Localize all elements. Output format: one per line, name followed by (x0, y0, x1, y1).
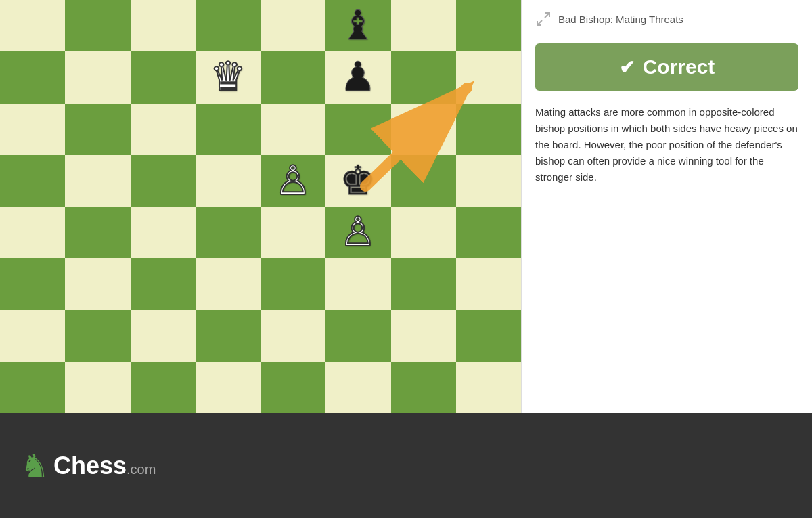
lesson-title: Bad Bishop: Mating Threats (558, 14, 683, 25)
right-panel: Bad Bishop: Mating Threats ✔ Correct Mat… (521, 0, 812, 413)
cell-2-4 (261, 104, 325, 155)
cell-7-7 (456, 362, 521, 413)
cell-1-5: ♟ (325, 51, 390, 103)
correct-label: Correct (643, 56, 715, 79)
footer: ♞ Chess.com (0, 413, 812, 518)
cell-0-0 (0, 0, 65, 51)
cell-2-3 (196, 104, 261, 155)
cell-6-3 (196, 310, 261, 362)
cell-4-1 (65, 207, 130, 258)
cell-1-0 (0, 51, 65, 103)
cell-4-2 (131, 207, 196, 258)
correct-banner: ✔ Correct (535, 43, 798, 91)
cell-4-6 (391, 207, 456, 258)
cell-5-4 (261, 258, 325, 309)
cell-4-3 (196, 207, 261, 258)
lesson-header: Bad Bishop: Mating Threats (535, 11, 798, 34)
cell-3-3 (196, 155, 261, 207)
cell-6-7 (456, 310, 521, 362)
logo-knight-icon: ♞ (20, 447, 49, 485)
cell-4-4 (261, 207, 325, 258)
check-icon: ✔ (619, 56, 635, 79)
cell-2-7 (456, 104, 521, 155)
cell-7-2 (131, 362, 196, 413)
cell-7-0 (0, 362, 65, 413)
cell-7-3 (196, 362, 261, 413)
cell-5-7 (456, 258, 521, 309)
explanation-text: Mating attacks are more common in opposi… (535, 104, 798, 186)
cell-7-6 (391, 362, 456, 413)
black-king: ♚ (340, 160, 376, 201)
cell-3-1 (65, 155, 130, 207)
black-bishop: ♝ (340, 5, 376, 46)
cell-3-7 (456, 155, 521, 207)
content-area: ♝♛♟♙♚♙ (0, 0, 812, 413)
white-queen: ♛ (210, 57, 246, 98)
cell-7-4 (261, 362, 325, 413)
svg-line-2 (545, 13, 549, 18)
cell-0-1 (65, 0, 130, 51)
cell-4-0 (0, 207, 65, 258)
black-pawn: ♟ (340, 57, 376, 98)
cell-6-1 (65, 310, 130, 362)
cell-5-3 (196, 258, 261, 309)
cell-6-4 (261, 310, 325, 362)
cell-3-0 (0, 155, 65, 207)
cell-0-3 (196, 0, 261, 51)
svg-line-3 (537, 20, 542, 25)
cell-6-2 (131, 310, 196, 362)
white-pawn: ♙ (275, 160, 311, 201)
cell-2-6 (391, 104, 456, 155)
cell-5-0 (0, 258, 65, 309)
chess-wordmark: Chess (53, 452, 127, 479)
logo: ♞ Chess.com (20, 447, 156, 485)
cell-1-1 (65, 51, 130, 103)
cell-6-6 (391, 310, 456, 362)
cell-6-5 (325, 310, 390, 362)
chess-board: ♝♛♟♙♚♙ (0, 0, 521, 413)
cell-1-3: ♛ (196, 51, 261, 103)
cell-5-6 (391, 258, 456, 309)
dotcom-suffix: .com (127, 462, 156, 477)
cell-3-5: ♚ (325, 155, 390, 207)
cell-1-4 (261, 51, 325, 103)
cell-0-7 (456, 0, 521, 51)
cell-1-6 (391, 51, 456, 103)
cell-3-4: ♙ (261, 155, 325, 207)
logo-text: Chess.com (53, 452, 156, 480)
cell-4-5: ♙ (325, 207, 390, 258)
cell-3-6 (391, 155, 456, 207)
cell-3-2 (131, 155, 196, 207)
cell-1-2 (131, 51, 196, 103)
cell-0-2 (131, 0, 196, 51)
cell-7-1 (65, 362, 130, 413)
cell-0-5: ♝ (325, 0, 390, 51)
chess-board-wrapper: ♝♛♟♙♚♙ (0, 0, 521, 413)
white-pawn: ♙ (340, 212, 376, 253)
cell-0-4 (261, 0, 325, 51)
cell-7-5 (325, 362, 390, 413)
main-container: ♝♛♟♙♚♙ (0, 0, 812, 518)
cell-2-2 (131, 104, 196, 155)
cell-6-0 (0, 310, 65, 362)
cell-0-6 (391, 0, 456, 51)
cell-2-1 (65, 104, 130, 155)
cell-5-1 (65, 258, 130, 309)
cell-4-7 (456, 207, 521, 258)
cell-5-2 (131, 258, 196, 309)
cell-5-5 (325, 258, 390, 309)
cell-2-5 (325, 104, 390, 155)
cell-2-0 (0, 104, 65, 155)
cell-1-7 (456, 51, 521, 103)
resize-icon (535, 11, 551, 27)
